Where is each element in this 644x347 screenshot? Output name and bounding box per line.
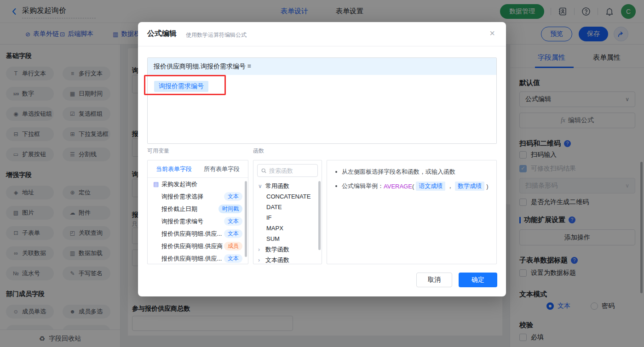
form-doc-icon: ▤ (153, 181, 159, 188)
function-group-label: 文本函数 (265, 256, 289, 264)
variables-tabs: 当前表单字段 所有表单字段 (148, 160, 248, 178)
confirm-button[interactable]: 确定 (459, 273, 497, 287)
variable-name: 询报价需求编号 (161, 217, 203, 226)
function-item[interactable]: IF (253, 212, 322, 223)
function-item[interactable]: DATE (253, 202, 322, 212)
bullet-icon (335, 185, 337, 187)
formula-target-bar: 报价供应商明细.询报价需求编号 = (148, 58, 496, 75)
chevron-right-icon: › (258, 257, 263, 263)
scrollbar-thumb[interactable] (318, 181, 321, 250)
variable-field-row[interactable]: 报价供应商明细.供应... 文本 (148, 228, 248, 240)
search-icon (261, 168, 266, 174)
variable-name: 报价供应商明细.供应商 (161, 242, 223, 250)
function-group-label: 数学函数 (265, 245, 289, 254)
variable-type-tag: 时间戳 (218, 205, 242, 213)
variables-tree-root[interactable]: ▤ 采购发起询价 (148, 178, 248, 190)
function-group-math[interactable]: › 数学函数 (253, 244, 322, 255)
variable-type-tag: 文本 (224, 192, 242, 201)
hint-example-prefix: 公式编辑举例： (342, 182, 384, 190)
hint-field-chip: 数学成绩 (455, 182, 484, 191)
paren: ) (486, 183, 488, 190)
hints-panel: 从左侧面板选择字段名和函数，或输入函数 公式编辑举例： AVERAGE ( 语文… (327, 160, 497, 264)
paren: ( (412, 183, 414, 190)
function-group-label: 常用函数 (265, 182, 289, 190)
hint-text: 从左侧面板选择字段名和函数，或输入函数 (342, 168, 455, 176)
variable-field-row[interactable]: 报价供应商明细.供应... 文本 (148, 252, 248, 264)
modal-header-divider (138, 46, 506, 46)
bullet-icon (335, 171, 337, 173)
function-item[interactable]: SUM (253, 233, 322, 244)
modal-title: 公式编辑 (147, 29, 177, 39)
function-group-common[interactable]: ∨ 常用函数 (253, 181, 322, 191)
hint-line-2: 公式编辑举例： AVERAGE ( 语文成绩 ， 数学成绩 ) (335, 182, 488, 191)
root-form-name: 采购发起询价 (161, 180, 197, 188)
variables-panel: 当前表单字段 所有表单字段 ▤ 采购发起询价 询报价需求选择 文本 报价截止日期… (147, 160, 248, 264)
tab-all-form-fields[interactable]: 所有表单字段 (204, 165, 240, 173)
cancel-button[interactable]: 取消 (416, 273, 452, 287)
variable-type-tag: 文本 (224, 217, 242, 226)
variable-name: 报价截止日期 (161, 205, 197, 213)
variable-name: 报价供应商明细.供应... (161, 230, 222, 238)
hint-function-name: AVERAGE (384, 183, 412, 190)
formula-editor-area[interactable]: 询报价需求编号 (148, 75, 496, 144)
modal-subtitle: 使用数学运算符编辑公式 (186, 31, 247, 39)
chevron-down-icon: ∨ (258, 183, 263, 189)
tab-current-form-fields[interactable]: 当前表单字段 (156, 165, 192, 173)
variable-type-tag: 文本 (224, 229, 242, 238)
function-search[interactable] (257, 164, 318, 177)
variable-name: 询报价需求选择 (161, 193, 203, 201)
function-item[interactable]: MAPX (253, 223, 322, 233)
variable-name: 报价供应商明细.供应... (161, 255, 222, 263)
close-icon[interactable]: × (487, 28, 498, 39)
hint-field-chip: 语文成绩 (416, 182, 445, 191)
function-item[interactable]: CONCATENATE (253, 191, 322, 202)
variables-label: 可用变量 (147, 147, 169, 155)
function-search-input[interactable] (269, 167, 314, 174)
variable-field-row[interactable]: 报价供应商明细.供应商 成员 (148, 240, 248, 252)
variable-field-row[interactable]: 报价截止日期 时间戳 (148, 203, 248, 215)
formula-edit-modal: 公式编辑 使用数学运算符编辑公式 × 报价供应商明细.询报价需求编号 = 询报价… (138, 22, 506, 296)
variable-type-tag: 成员 (224, 242, 242, 250)
formula-field-chip[interactable]: 询报价需求编号 (154, 81, 208, 92)
function-group-text[interactable]: › 文本函数 (253, 255, 322, 264)
hint-line-1: 从左侧面板选择字段名和函数，或输入函数 (335, 168, 488, 176)
variable-field-row[interactable]: 询报价需求选择 文本 (148, 190, 248, 203)
functions-panel: ∨ 常用函数 CONCATENATE DATE IF MAPX SUM › 数学… (253, 160, 322, 264)
scrollbar-thumb[interactable] (245, 181, 247, 257)
variable-field-row[interactable]: 询报价需求编号 文本 (148, 215, 248, 228)
functions-label: 函数 (253, 147, 264, 155)
variable-type-tag: 文本 (224, 254, 242, 263)
comma: ， (447, 182, 453, 190)
formula-box: 报价供应商明细.询报价需求编号 = 询报价需求编号 (147, 57, 497, 144)
chevron-right-icon: › (258, 246, 263, 253)
